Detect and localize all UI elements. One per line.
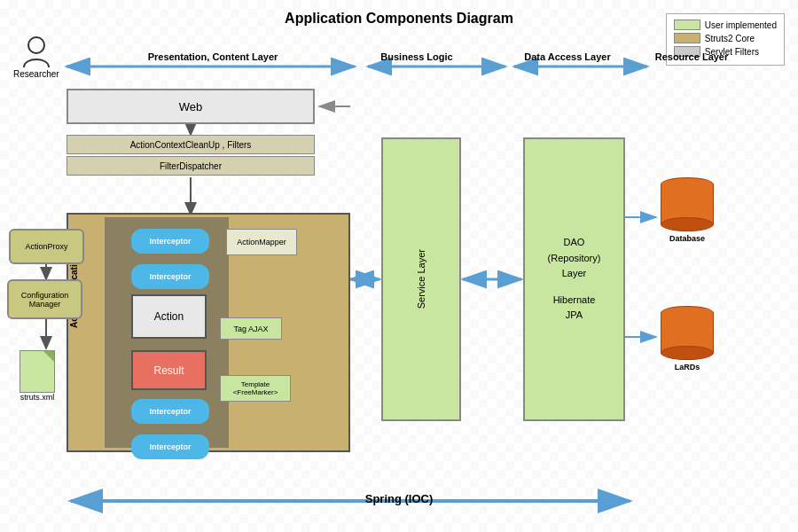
spring-ioc-label: Spring (IOC)	[0, 492, 798, 505]
struts-file-shape	[20, 350, 55, 393]
legend-color-user	[674, 20, 700, 30]
lards-shape	[661, 306, 714, 360]
action-label: Action	[154, 310, 184, 323]
database-cylinder: Database	[661, 177, 714, 243]
actionproxy-label: ActionProxy	[25, 242, 67, 251]
database-label: Database	[661, 234, 714, 243]
config-manager-box: Configuration Manager	[7, 279, 82, 319]
result-box: Result	[131, 350, 207, 390]
lards-label: LaRDs	[661, 363, 714, 372]
researcher-label: Researcher	[13, 69, 59, 79]
legend-color-struts	[674, 33, 700, 43]
database-shape	[661, 177, 714, 231]
filterdispatcher-box: FilterDispatcher	[66, 156, 315, 176]
interceptor-2: Interceptor	[131, 264, 209, 289]
researcher-icon	[20, 35, 52, 67]
diagram-title: Application Components Diagram	[177, 11, 621, 27]
business-logic-label: Business Logic	[368, 51, 466, 62]
data-access-label: Data Access Layer	[510, 51, 625, 62]
struts-xml-label: struts.xml	[20, 393, 55, 402]
legend-item-struts: Struts2 Core	[674, 33, 777, 43]
researcher: Researcher	[13, 35, 59, 79]
action-box: Action	[131, 294, 207, 339]
lards-cylinder: LaRDs	[661, 306, 714, 372]
interceptor-1: Interceptor	[131, 229, 209, 254]
dao-box: DAO (Repository) Layer Hibernate JPA	[523, 137, 625, 421]
db-bottom	[661, 217, 714, 231]
actionmapper-box: ActionMapper	[226, 229, 297, 255]
service-layer-box: Service Layer	[381, 137, 461, 421]
svg-point-25	[28, 37, 44, 53]
legend-label-user: User implemented	[705, 20, 777, 30]
filters-box: ActionContextCleanUp , Filters	[66, 135, 315, 154]
web-box: Web	[66, 89, 315, 124]
interceptor-4: Interceptor	[131, 434, 209, 459]
tagajax-label: Tag AJAX	[233, 325, 268, 333]
presentation-layer-label: Presentation, Content Layer	[66, 51, 359, 62]
filterdispatcher-label: FilterDispatcher	[160, 161, 222, 171]
actionmapper-label: ActionMapper	[237, 238, 286, 246]
dao-label: DAO (Repository) Layer Hibernate JPA	[548, 235, 601, 324]
config-manager-label: Configuration Manager	[9, 291, 81, 309]
service-layer-label: Service Layer	[416, 249, 426, 309]
resource-layer-label: Resource Layer	[647, 51, 736, 62]
legend-label-struts: Struts2 Core	[705, 34, 755, 43]
filters-label: ActionContextCleanUp , Filters	[130, 140, 252, 150]
result-label: Result	[153, 364, 184, 377]
legend-item-user: User implemented	[674, 20, 777, 30]
lards-bottom	[661, 346, 714, 360]
interceptor-3: Interceptor	[131, 399, 209, 424]
web-label: Web	[179, 100, 203, 113]
tagajax-box: Tag AJAX	[220, 317, 282, 340]
diagram-container: Application Components Diagram User impl…	[0, 0, 798, 532]
template-label: Template <FreeMarker>	[233, 380, 278, 396]
struts-xml-icon: struts.xml	[20, 350, 55, 402]
template-box: Template <FreeMarker>	[220, 375, 291, 402]
actionproxy-box: ActionProxy	[9, 229, 84, 264]
